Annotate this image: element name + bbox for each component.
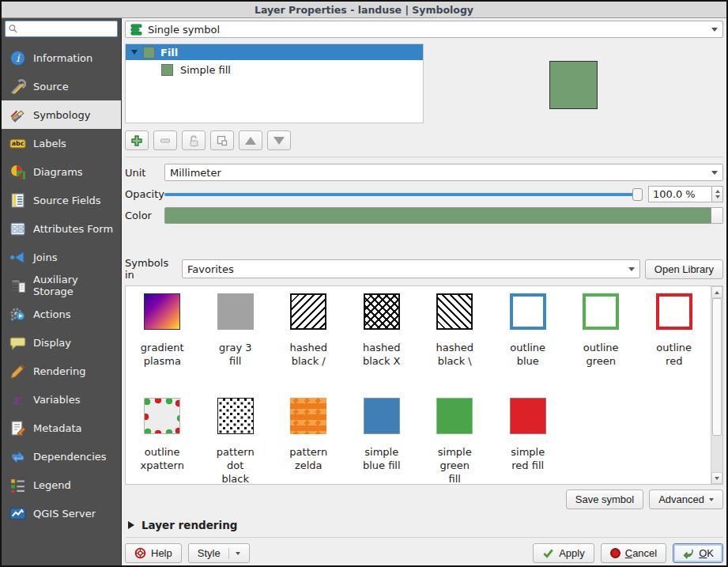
unit-select[interactable]: Millimeter (164, 164, 723, 181)
sidebar-item-diagrams[interactable]: Diagrams (2, 157, 121, 186)
sidebar-item-joins[interactable]: Joins (2, 243, 121, 271)
button-divider (228, 548, 229, 559)
sidebar-item-variables[interactable]: ε Variables (2, 385, 121, 414)
symbol-preview-area (424, 43, 723, 123)
layer-rendering-group[interactable]: Layer rendering (125, 515, 723, 538)
scroll-down-icon (715, 477, 719, 480)
gradient-plasma-swatch-icon (144, 293, 180, 330)
sidebar-item-symbology[interactable]: Symbology (2, 100, 121, 129)
help-button[interactable]: Help (125, 543, 182, 563)
plus-icon (130, 134, 143, 147)
duplicate-symbol-layer-button[interactable] (210, 130, 234, 150)
duplicate-icon (216, 134, 228, 147)
expander-icon[interactable] (131, 50, 138, 55)
save-symbol-button[interactable]: Save symbol (566, 490, 643, 509)
add-symbol-layer-button[interactable] (125, 130, 149, 150)
sidebar-item-metadata[interactable]: Metadata (2, 414, 121, 442)
scroll-up-button[interactable] (711, 286, 722, 298)
spin-up-icon[interactable] (715, 190, 720, 193)
color-button[interactable] (164, 207, 711, 224)
ok-button[interactable]: OK (673, 543, 723, 563)
apply-button[interactable]: Apply (533, 543, 594, 563)
spin-down-icon[interactable] (715, 195, 720, 198)
source-fields-icon (9, 191, 26, 209)
renderer-select[interactable]: Single symbol (125, 21, 723, 38)
sidebar-item-label: Legend (33, 479, 71, 491)
sidebar-item-information[interactable]: i Information (2, 43, 121, 72)
titlebar[interactable]: Layer Properties - landuse | Symbology (2, 2, 726, 18)
layer-properties-dialog: Layer Properties - landuse | Symbology i… (0, 0, 728, 567)
up-arrow-icon (245, 137, 256, 145)
unit-label: Unit (125, 167, 164, 179)
symbol-item[interactable]: outline red (638, 293, 711, 398)
unit-value: Millimeter (170, 167, 221, 179)
scroll-down-button[interactable] (711, 472, 722, 484)
sidebar-search-input[interactable] (21, 24, 115, 35)
tree-item-simple-fill[interactable]: Simple fill (126, 60, 423, 79)
sidebar-item-dependencies[interactable]: Dependencies (2, 442, 121, 471)
remove-symbol-layer-button[interactable] (153, 130, 177, 150)
cancel-button[interactable]: Cancel (601, 543, 666, 563)
sidebar-item-label: Dependencies (33, 451, 107, 463)
sidebar-item-qgis-server[interactable]: QGIS Server (2, 499, 121, 527)
symbol-item[interactable]: outline blue (492, 293, 565, 398)
move-down-button[interactable] (267, 130, 291, 150)
slider-handle[interactable] (632, 188, 643, 201)
sidebar-item-rendering[interactable]: Rendering (2, 357, 121, 385)
color-dropdown-button[interactable] (711, 207, 723, 224)
symbol-item[interactable]: outline xpattern (126, 398, 199, 484)
symbol-item[interactable]: hashed black \ (418, 293, 492, 398)
sidebar-item-label: Actions (33, 308, 71, 320)
sidebar-item-source[interactable]: Source (2, 72, 121, 100)
symbol-item[interactable]: simple blue fill (345, 398, 419, 484)
sidebar-item-source-fields[interactable]: Source Fields (2, 186, 121, 214)
joins-icon (9, 248, 26, 266)
sidebar-item-auxiliary-storage[interactable]: Auxiliary Storage (2, 271, 121, 300)
symbol-group-select[interactable]: Favorites (182, 259, 640, 278)
scrollbar-track[interactable] (711, 298, 722, 472)
symbol-item[interactable]: hashed black X (345, 293, 419, 398)
symbols-in-label: Symbols in (125, 257, 177, 281)
spin-buttons[interactable] (711, 186, 723, 202)
layer-rendering-label: Layer rendering (141, 519, 237, 531)
opacity-value[interactable]: 100.0 % (648, 186, 711, 202)
symbol-item[interactable]: outline green (564, 293, 638, 398)
tree-item-fill[interactable]: Fill (126, 44, 423, 60)
help-icon (134, 547, 146, 559)
style-button[interactable]: Style (188, 543, 250, 563)
pattern-zelda-swatch-icon (290, 398, 326, 434)
symbol-item[interactable]: gray 3 fill (199, 293, 273, 398)
symbol-item[interactable]: simple red fill (492, 398, 565, 484)
sidebar-item-attributes-form[interactable]: Attributes Form (2, 214, 121, 243)
sidebar-item-legend[interactable]: Legend (2, 471, 121, 499)
scroll-up-icon (715, 291, 719, 294)
collapsed-arrow-icon[interactable] (128, 521, 134, 529)
outline-blue-swatch-icon (510, 293, 546, 330)
sidebar-search[interactable] (5, 21, 118, 37)
open-library-button[interactable]: Open Library (645, 259, 723, 279)
opacity-spinbox[interactable]: 100.0 % (648, 186, 723, 202)
symbol-item[interactable]: hashed black / (272, 293, 345, 398)
sidebar-item-labels[interactable]: abc Labels (2, 129, 121, 157)
tree-item-label: Simple fill (180, 64, 231, 76)
lock-color-button[interactable] (182, 130, 206, 150)
sidebar-item-label: Joins (33, 251, 57, 263)
symbol-grid-scrollbar[interactable] (711, 286, 722, 484)
symbol-layer-toolbar (125, 130, 723, 150)
sidebar-item-display[interactable]: Display (2, 328, 121, 357)
opacity-slider[interactable] (164, 187, 643, 202)
hashed-slash-swatch-icon (290, 293, 326, 330)
symbol-item[interactable]: gradient plasma (126, 293, 199, 398)
move-up-button[interactable] (239, 130, 262, 150)
scrollbar-thumb[interactable] (712, 298, 722, 436)
symbol-item[interactable]: pattern zelda (272, 398, 345, 484)
symbol-item[interactable]: pattern dot black (199, 398, 273, 484)
symbol-item[interactable]: simple green fill (418, 398, 492, 484)
advanced-button[interactable]: Advanced (649, 490, 723, 509)
sidebar-item-label: QGIS Server (33, 508, 96, 520)
display-icon (9, 334, 26, 351)
svg-text:ε: ε (13, 391, 22, 408)
chevron-down-icon (711, 171, 718, 175)
symbol-layer-tree[interactable]: Fill Simple fill (125, 43, 424, 123)
sidebar-item-actions[interactable]: Actions (2, 300, 121, 328)
